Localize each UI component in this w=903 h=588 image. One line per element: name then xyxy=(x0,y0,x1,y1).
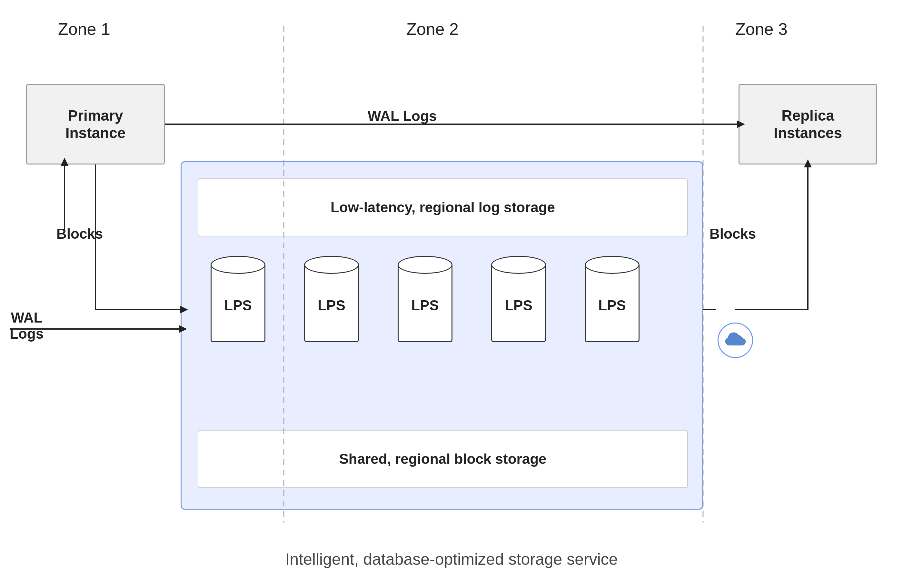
lps-label-1: LPS xyxy=(224,297,252,313)
lps-label-5: LPS xyxy=(598,297,626,313)
cloud-icon xyxy=(717,322,753,358)
cloud-svg xyxy=(724,332,747,348)
lps-label-3: LPS xyxy=(411,297,439,313)
cylinder-body-1: LPS xyxy=(211,265,266,342)
lps-label-2: LPS xyxy=(318,297,345,313)
cylinder-body-2: LPS xyxy=(304,265,359,342)
cylinder-body-3: LPS xyxy=(398,265,453,342)
wal-logs-left-label: WALLogs xyxy=(10,310,44,342)
bottom-caption: Intelligent, database-optimized storage … xyxy=(285,550,618,569)
lps-cylinder-1: LPS xyxy=(211,256,266,342)
low-latency-panel: Low-latency, regional log storage xyxy=(198,178,688,236)
cylinder-top-2 xyxy=(304,256,359,274)
wal-logs-top-label: WAL Logs xyxy=(368,108,437,124)
lps-cylinder-4: LPS xyxy=(491,256,546,342)
diagram-container: Zone 1 Zone 2 Zone 3 PrimaryInstance Rep… xyxy=(0,0,903,588)
primary-instance-box: PrimaryInstance xyxy=(26,84,165,165)
replica-instance-box: ReplicaInstances xyxy=(738,84,877,165)
zone2-label: Zone 2 xyxy=(406,19,459,39)
lps-cylinder-2: LPS xyxy=(304,256,359,342)
cylinder-top-1 xyxy=(211,256,266,274)
zone1-label: Zone 1 xyxy=(58,19,110,39)
cylinder-body-5: LPS xyxy=(585,265,640,342)
lps-label-4: LPS xyxy=(505,297,532,313)
shared-block-panel: Shared, regional block storage xyxy=(198,430,688,488)
blocks-left-label: Blocks xyxy=(57,226,103,242)
blocks-right-label: Blocks xyxy=(710,226,756,242)
cylinder-body-4: LPS xyxy=(491,265,546,342)
lps-cylinder-3: LPS xyxy=(398,256,453,342)
lps-cylinder-5: LPS xyxy=(585,256,640,342)
zone3-label: Zone 3 xyxy=(735,19,788,39)
cylinder-top-3 xyxy=(398,256,453,274)
storage-container: Low-latency, regional log storage LPS LP… xyxy=(181,161,703,509)
cylinder-top-4 xyxy=(491,256,546,274)
cylinder-top-5 xyxy=(585,256,640,274)
